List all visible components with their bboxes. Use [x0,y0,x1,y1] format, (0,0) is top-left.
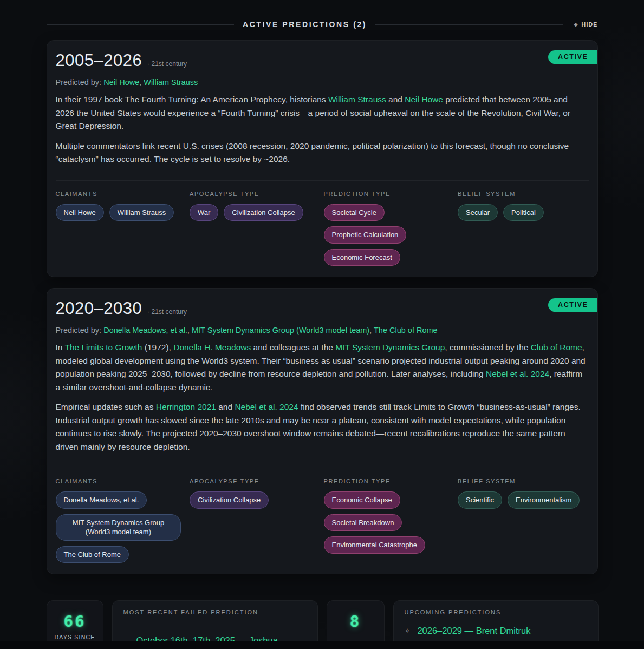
meta-group: PREDICTION TYPE Societal CycleProphetic … [324,191,455,266]
status-badge: ACTIVE [548,50,597,64]
tag-list: Economic CollapseSocietal BreakdownEnvir… [324,491,455,554]
diamond-bullet-icon: ✧ [405,627,411,634]
card-era: 21st century [147,308,187,316]
upcoming-predictions-header: UPCOMING PREDICTIONS [405,609,587,615]
predicted-by-row: Predicted by: Neil HoweWilliam Strauss [56,78,589,87]
tag-list: SecularPolitical [458,204,589,221]
predictor-item: The Club of Rome [374,326,438,335]
meta-group: CLAIMANTS Donella Meadows, et al.MIT Sys… [56,478,187,563]
diamond-icon: ◈ [574,22,578,27]
paragraph-text: In [56,343,65,352]
header-rule-right [375,24,563,25]
inline-link[interactable]: Nebel et al. 2024 [486,369,549,378]
upcoming-prediction-item: ✧ 2026–2029 — Brent Dmitruk [405,626,587,636]
footer-band [0,641,644,649]
predictor-link[interactable]: Neil Howe [103,78,139,87]
card-title: 2005–2026 [56,51,142,70]
inline-link[interactable]: The Limits to Growth [64,343,142,352]
meta-label: CLAIMANTS [56,478,187,484]
tag-pill[interactable]: Neil Howe [56,204,104,221]
tag-pill[interactable]: Prophetic Calculation [324,226,407,244]
tag-pill[interactable]: Economic Collapse [324,491,400,509]
hide-button-label: HIDE [582,21,598,28]
meta-group: BELIEF SYSTEM SecularPolitical [458,191,589,266]
tag-pill[interactable]: Societal Cycle [324,204,385,221]
predictor-link[interactable]: William Strauss [144,78,198,87]
paragraph-text: Empirical updates such as [56,402,156,411]
card-body: In their 1997 book The Fourth Turning: A… [56,93,589,166]
tag-pill[interactable]: The Club of Rome [56,546,129,563]
predicted-by-row: Predicted by: Donella Meadows, et al.MIT… [56,326,589,335]
section-title: ACTIVE PREDICTIONS (2) [243,20,367,29]
inline-link[interactable]: Herrington 2021 [156,402,216,411]
meta-label: BELIEF SYSTEM [458,478,589,484]
card-title-row: 2020–2030 21st century [56,299,589,318]
meta-group: APOCALYPSE TYPE WarCivilization Collapse [190,191,321,266]
days-since-value: 66 [64,614,86,630]
card-title-row: 2005–2026 21st century [56,51,589,70]
card-meta: CLAIMANTS Neil HoweWilliam Strauss APOCA… [56,180,589,266]
section-header: ACTIVE PREDICTIONS (2) ◈ HIDE [47,19,598,29]
meta-label: BELIEF SYSTEM [458,191,589,197]
hide-button[interactable]: ◈ HIDE [574,21,597,28]
tag-pill[interactable]: Secular [458,204,498,221]
inline-link[interactable]: Nebel et al. 2024 [235,402,298,411]
meta-label: PREDICTION TYPE [324,191,455,197]
meta-group: BELIEF SYSTEM ScientificEnvironmentalism [458,478,589,563]
inline-link[interactable]: Club of Rome [531,343,582,352]
inline-link[interactable]: MIT System Dynamics Group [335,343,445,352]
tag-list: WarCivilization Collapse [190,204,321,221]
tag-list: Donella Meadows, et al.MIT System Dynami… [56,491,187,563]
predictor-list: Donella Meadows, et al.MIT System Dynami… [103,326,438,335]
card-body: In The Limits to Growth (1972), Donella … [56,341,589,454]
predictor-link[interactable]: Donella Meadows, et al. [103,326,187,335]
predictor-link[interactable]: MIT System Dynamics Group (World3 model … [192,326,369,335]
meta-label: CLAIMANTS [56,191,187,197]
tag-list: Societal CycleProphetic CalculationEcono… [324,204,455,266]
predicted-by-label: Predicted by: [56,326,102,335]
tag-pill[interactable]: Environmentalism [508,491,580,509]
meta-group: APOCALYPSE TYPE Civilization Collapse [190,478,321,563]
tag-pill[interactable]: Societal Breakdown [324,514,402,532]
tag-pill[interactable]: Political [503,204,544,221]
card-meta: CLAIMANTS Donella Meadows, et al.MIT Sys… [56,468,589,563]
paragraph-text: and colleagues at the [251,343,335,352]
tag-pill[interactable]: Economic Forecast [324,249,400,266]
inline-link[interactable]: William Strauss [328,95,386,104]
card-era: 21st century [147,60,187,68]
meta-group: CLAIMANTS Neil HoweWilliam Strauss [56,191,187,266]
prediction-card: ACTIVE 2020–2030 21st century Predicted … [47,288,598,574]
predictor-list: Neil HoweWilliam Strauss [103,78,198,87]
active-predictions-page: ACTIVE PREDICTIONS (2) ◈ HIDE ACTIVE 200… [47,0,598,649]
status-badge: ACTIVE [548,298,597,312]
card-title: 2020–2030 [56,299,142,318]
prediction-cards: ACTIVE 2005–2026 21st century Predicted … [47,40,598,574]
paragraph-text: In their 1997 book The Fourth Turning: A… [56,95,328,104]
predictor-link[interactable]: The Club of Rome [374,326,438,335]
tag-pill[interactable]: Scientific [458,491,502,509]
meta-label: APOCALYPSE TYPE [190,191,321,197]
tag-pill[interactable]: War [190,204,218,221]
paragraph-text: Multiple commentators link recent U.S. c… [56,141,569,163]
tag-pill[interactable]: Civilization Collapse [224,204,303,221]
tag-pill[interactable]: William Strauss [109,204,174,221]
inline-link[interactable]: Neil Howe [405,95,443,104]
predictor-item: William Strauss [144,78,198,87]
tag-pill[interactable]: MIT System Dynamics Group (World3 model … [56,514,181,541]
card-paragraph: Empirical updates such as Herrington 202… [56,401,589,454]
days-until-value: 8 [350,614,361,630]
paragraph-text: and [216,402,235,411]
tag-list: ScientificEnvironmentalism [458,491,589,509]
meta-label: PREDICTION TYPE [324,478,455,484]
meta-label: APOCALYPSE TYPE [190,478,321,484]
failed-prediction-header: MOST RECENT FAILED PREDICTION [123,609,307,615]
predicted-by-label: Predicted by: [56,78,102,87]
tag-pill[interactable]: Environmental Catastrophe [324,536,426,554]
upcoming-prediction-link[interactable]: 2026–2029 — Brent Dmitruk [417,626,530,636]
inline-link[interactable]: Donella H. Meadows [173,343,251,352]
tag-pill[interactable]: Donella Meadows, et al. [56,491,147,509]
tag-pill[interactable]: Civilization Collapse [190,491,269,509]
header-rule-left [47,24,234,25]
card-paragraph: Multiple commentators link recent U.S. c… [56,140,589,166]
tag-list: Civilization Collapse [190,491,321,509]
